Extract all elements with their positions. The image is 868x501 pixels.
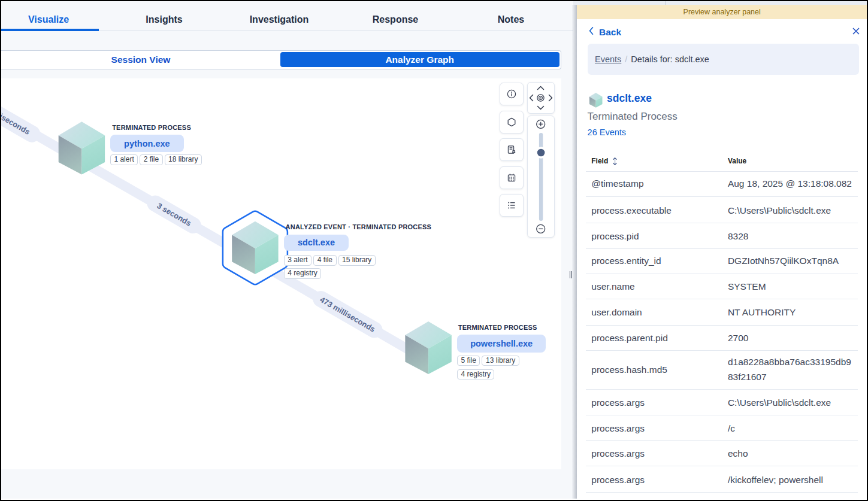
- svg-text:473 milliseconds: 473 milliseconds: [318, 295, 377, 334]
